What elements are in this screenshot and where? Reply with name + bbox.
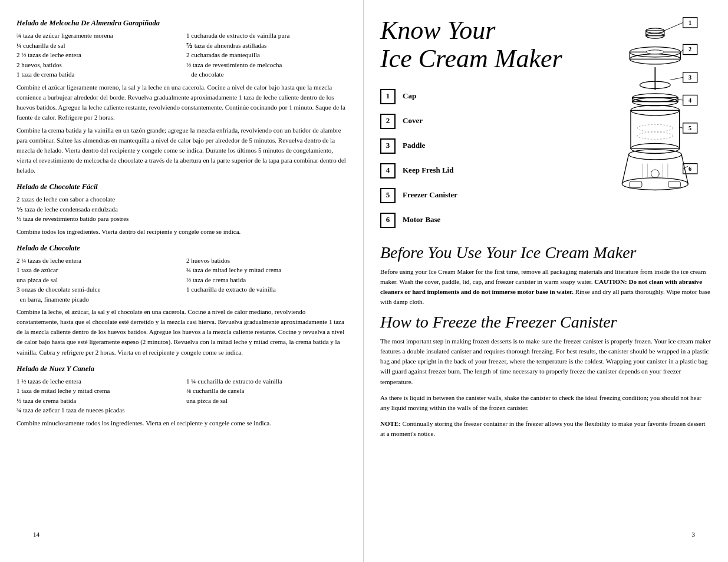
left-content: Helado de Melcocha De Almendra Garapiñad… [17,18,347,550]
part-1-name: Cap [403,91,416,102]
recipe-4-ingredients: 1 ½ tazas de leche entera 1 taza de mita… [17,376,347,415]
part-5: 5 Freezer Canister [380,188,594,203]
svg-text:1: 1 [689,19,691,26]
know-left: Know YourIce Cream Maker 1 Cap 2 Cover 3… [380,16,594,237]
recipe-2-instructions: Combine todos los ingredientes. Vierta d… [17,227,347,237]
part-2-number: 2 [380,114,396,129]
svg-text:6: 6 [689,166,691,172]
part-2: 2 Cover [380,114,594,129]
svg-rect-27 [631,110,680,148]
part-6-name: Motor Base [403,214,440,226]
before-body: Before using your Ice Cream Maker for th… [380,267,711,307]
svg-text:5: 5 [689,125,691,131]
svg-rect-21 [633,98,678,102]
recipe-1-instructions: Combine el azúcar ligeramente moreno, la… [17,82,347,176]
svg-rect-38 [630,181,642,187]
svg-point-37 [622,178,688,190]
recipe-2-ingredients: 2 tazas de leche con sabor a chocolate ⅓… [17,194,347,224]
svg-text:4: 4 [689,97,691,104]
freeze-section: How to Freeze the Freezer Canister The m… [380,313,711,439]
recipe-1: Helado de Melcocha De Almendra Garapiñad… [17,18,347,176]
page-number-right: 3 [692,530,696,540]
part-1: 1 Cap [380,89,594,104]
recipe-4-instructions: Combine minuciosamente todos los ingredi… [17,418,347,428]
svg-text:2: 2 [689,46,691,52]
svg-line-17 [670,77,683,80]
diagram-area: 1 2 [594,16,711,237]
svg-line-23 [678,99,683,100]
freeze-title: How to Freeze the Freezer Canister [380,313,711,332]
left-page: Helado de Melcocha De Almendra Garapiñad… [0,0,364,562]
part-6-number: 6 [380,213,396,228]
part-3-number: 3 [380,138,396,154]
freeze-body-1: The most important step in making frozen… [380,336,711,386]
part-6: 6 Motor Base [380,213,594,228]
page-number-left: 14 [33,530,39,540]
parts-list: 1 Cap 2 Cover 3 Paddle 4 Keep Fresh Lid [380,83,594,228]
svg-line-45 [683,166,689,168]
ingredients-left-4: 1 ½ tazas de leche entera 1 taza de mita… [17,376,177,415]
ingredients-right-4: 1 ¼ cucharilla de extracto de vainilla ⅛… [186,376,347,415]
part-5-number: 5 [380,188,396,203]
recipe-3: Helado de Chocolate 2 ¼ tazas de leche e… [17,243,347,358]
svg-point-29 [637,124,673,131]
svg-line-36 [681,154,688,184]
know-section: Know YourIce Cream Maker 1 Cap 2 Cover 3… [380,16,711,237]
freeze-body-2: As there is liquid in between the canist… [380,393,711,413]
svg-point-34 [629,150,682,160]
recipe-3-ingredients: 2 ¼ tazas de leche entera 1 taza de azúc… [17,256,347,305]
ingredients-left-1: ¾ taza de azúcar ligeramente morena ¼ cu… [17,31,177,80]
recipe-1-title: Helado de Melcocha De Almendra Garapiñad… [17,18,347,28]
part-1-number: 1 [380,89,396,104]
svg-text:3: 3 [689,74,691,81]
svg-line-35 [622,154,628,184]
svg-line-12 [680,49,683,53]
recipe-3-title: Helado de Chocolate [17,243,347,253]
ingredients-right-1: 1 cucharada de extracto de vainilla pura… [186,31,347,80]
recipe-4-title: Helado de Nuez Y Canela [17,363,347,374]
part-3-name: Paddle [403,140,425,151]
part-2-name: Cover [403,115,423,127]
recipe-4: Helado de Nuez Y Canela 1 ½ tazas de lec… [17,363,347,428]
right-content: Know YourIce Cream Maker 1 Cap 2 Cover 3… [380,16,711,550]
recipe-3-instructions: Combine la leche, el azúcar, la sal y el… [17,307,347,357]
svg-point-40 [651,170,659,178]
recipe-2-title: Helado de Chocolate Fácil [17,181,347,192]
ingredients-right-3: 2 huevos batidos ¾ taza de mitad leche y… [186,256,347,305]
svg-point-11 [646,50,664,54]
part-5-name: Freezer Canister [403,190,457,201]
ingredients-left-2: 2 tazas de leche con sabor a chocolate ⅓… [17,194,177,224]
svg-line-31 [680,127,683,128]
parts-diagram: 1 2 [594,16,711,199]
svg-rect-39 [668,181,681,187]
part-4: 4 Keep Fresh Lid [380,163,594,178]
svg-point-30 [637,132,673,139]
know-title: Know YourIce Cream Maker [380,16,594,74]
part-4-number: 4 [380,163,396,178]
recipe-2: Helado de Chocolate Fácil 2 tazas de lec… [17,181,347,237]
before-section: Before You Use Your Ice Cream Maker Befo… [380,243,711,307]
svg-line-5 [664,22,683,31]
ingredients-left-3: 2 ¼ tazas de leche entera 1 taza de azúc… [17,256,177,305]
recipe-1-ingredients: ¾ taza de azúcar ligeramente morena ¼ cu… [17,31,347,80]
right-page: Know YourIce Cream Maker 1 Cap 2 Cover 3… [364,0,728,562]
freeze-note: NOTE: Continually storing the freezer co… [380,419,711,439]
part-3: 3 Paddle [380,138,594,154]
before-title: Before You Use Your Ice Cream Maker [380,243,711,262]
part-4-name: Keep Fresh Lid [403,165,453,176]
